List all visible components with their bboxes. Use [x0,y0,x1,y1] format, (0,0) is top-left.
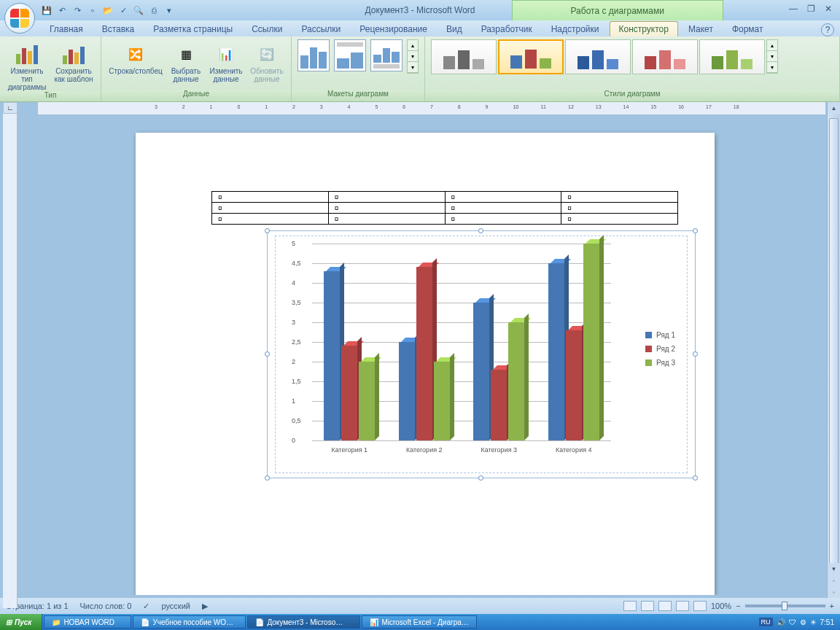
tab-insert[interactable]: Вставка [93,22,144,36]
style-scroll[interactable]: ▴▾▾ [766,39,778,74]
view-draft[interactable] [693,601,707,611]
qat-dropdown-icon[interactable]: ▾ [163,4,175,16]
start-button[interactable]: ⊞Пуск [0,614,42,630]
view-outline[interactable] [676,601,689,611]
resize-handle[interactable] [265,475,270,481]
taskbar-item[interactable]: 📊Microsoft Excel - Диагра… [362,615,476,629]
refresh-icon: 🔄 [249,41,285,67]
save-as-template-button[interactable]: Сохранить как шаблон [52,39,95,83]
layout-thumb-3[interactable] [370,39,402,71]
tray-icon[interactable]: 🛡 [789,618,796,626]
ruler-horizontal[interactable]: 3210123456789101112131415161718 [38,102,825,115]
page[interactable]: ¤¤¤¤ ¤¤¤¤ ¤¤¤¤ 00,511,522,533,544,55Кате… [136,133,715,595]
lang-indicator[interactable]: RU [759,618,773,626]
print-icon[interactable]: ⎙ [148,4,160,16]
resize-handle[interactable] [693,351,698,357]
word-count[interactable]: Число слов: 0 [80,602,132,610]
style-thumb-1[interactable] [431,39,497,74]
scroll-down-button[interactable]: ▼ [828,563,840,575]
layout-thumb-1[interactable] [298,39,330,71]
taskbar-item[interactable]: 📄Документ3 - Microso… [247,615,360,629]
ruler-vertical[interactable] [3,114,18,608]
tab-home[interactable]: Главная [41,22,92,36]
style-thumb-4[interactable] [632,39,698,74]
preview-icon[interactable]: 🔍 [133,4,144,16]
proofing-icon[interactable]: ✓ [143,602,149,611]
group-chart-layouts: ▴▾▾ Макеты диаграмм [292,36,425,101]
chart-object[interactable]: 00,511,522,533,544,55Категория 1Категори… [267,230,696,478]
new-icon[interactable]: ▫ [87,4,98,16]
tray-icon[interactable]: ⚙ [800,618,806,626]
resize-handle[interactable] [693,228,698,233]
layout-thumb-2[interactable] [334,39,366,71]
ruler-corner[interactable]: ∟ [3,102,18,114]
taskbar-folder[interactable]: 📁НОВАЯ WORD [44,615,131,629]
zoom-in-button[interactable]: + [830,602,834,610]
save-icon[interactable]: 💾 [41,4,52,16]
restore-button[interactable]: ❐ [804,3,818,15]
word-table[interactable]: ¤¤¤¤ ¤¤¤¤ ¤¤¤¤ [211,191,678,225]
redo-icon[interactable]: ↷ [71,4,83,16]
prev-page-button[interactable]: ◦ [828,575,840,586]
tray-icon[interactable]: ☀ [810,618,817,626]
edit-data-button[interactable]: 📊 Изменить данные [208,39,244,83]
help-button[interactable]: ? [821,23,834,36]
office-button[interactable] [4,3,35,34]
resize-handle[interactable] [478,475,483,481]
scroll-thumb[interactable] [829,118,839,570]
spellcheck-icon[interactable]: ✓ [117,4,129,16]
document-area[interactable]: ¤¤¤¤ ¤¤¤¤ ¤¤¤¤ 00,511,522,533,544,55Кате… [19,115,825,595]
zoom-level[interactable]: 100% [711,602,731,610]
switch-icon: 🔀 [107,41,164,67]
language-indicator[interactable]: русский [161,602,190,610]
taskbar: ⊞Пуск 📁НОВАЯ WORD 📄Учебное пособие WO… 📄… [0,614,840,630]
tab-references[interactable]: Ссылки [243,22,291,36]
layout-scroll[interactable]: ▴▾▾ [407,39,419,74]
style-thumb-2[interactable] [498,39,564,74]
resize-handle[interactable] [693,475,698,481]
minimize-button[interactable]: — [786,3,801,15]
view-web-layout[interactable] [658,601,672,611]
resize-handle[interactable] [478,228,483,233]
open-icon[interactable]: 📂 [102,4,114,16]
change-chart-type-button[interactable]: Изменить тип диаграммы [6,39,48,91]
tab-review[interactable]: Рецензирование [351,22,436,36]
quick-access-toolbar: 💾 ↶ ↷ ▫ 📂 ✓ 🔍 ⎙ ▾ [41,0,175,20]
vertical-scrollbar[interactable]: ▲ ▼ ◦ ◦ [827,102,840,598]
tab-view[interactable]: Вид [438,22,471,36]
office-logo-icon [10,9,29,28]
close-button[interactable]: ✕ [821,3,836,15]
group-type: Изменить тип диаграммы Сохранить как шаб… [0,36,101,101]
select-data-button[interactable]: ▦ Выбрать данные [168,39,203,83]
tab-format[interactable]: Формат [723,22,772,36]
tab-mailings[interactable]: Рассылки [292,22,349,36]
tab-chart-layout[interactable]: Макет [680,22,722,36]
style-thumb-5[interactable] [699,39,765,74]
zoom-out-button[interactable]: − [736,602,740,610]
taskbar-item[interactable]: 📄Учебное пособие WO… [133,615,246,629]
refresh-data-button: 🔄 Обновить данные [249,39,285,83]
status-bar: Страница: 1 из 1 Число слов: 0 ✓ русский… [0,598,840,614]
tab-page-layout[interactable]: Разметка страницы [144,22,241,36]
tab-addins[interactable]: Надстройки [542,22,608,36]
window-title: Документ3 - Microsoft Word [365,5,475,15]
resize-handle[interactable] [265,228,270,233]
view-full-screen[interactable] [641,601,654,611]
clock[interactable]: 7:51 [820,618,834,626]
scroll-up-button[interactable]: ▲ [828,102,840,114]
zoom-slider[interactable] [745,604,825,607]
edit-icon: 📊 [208,41,244,67]
resize-handle[interactable] [265,351,270,357]
style-thumb-3[interactable] [565,39,631,74]
tab-design[interactable]: Конструктор [610,21,678,36]
tab-developer[interactable]: Разработчик [472,22,541,36]
chart-legend[interactable]: Ряд 1Ряд 2Ряд 3 [645,331,675,373]
chart-plot-area[interactable]: 00,511,522,533,544,55Категория 1Категори… [275,236,688,473]
switch-row-col-button[interactable]: 🔀 Строка/столбец [107,39,164,75]
macro-icon[interactable]: ▶ [202,602,208,611]
undo-icon[interactable]: ↶ [56,4,68,16]
context-tab-title: Работа с диаграммами [512,0,724,20]
next-page-button[interactable]: ◦ [828,586,840,598]
view-print-layout[interactable] [623,601,637,611]
tray-icon[interactable]: 🔊 [777,618,785,626]
